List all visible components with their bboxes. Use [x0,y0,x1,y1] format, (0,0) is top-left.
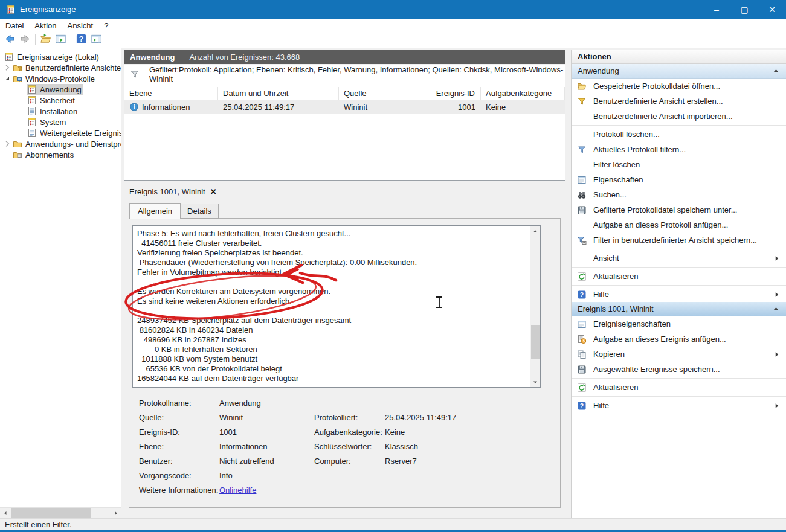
tree-item-label: Sicherheit [40,96,75,105]
event-message-box[interactable]: Phase 5: Es wird nach fehlerhaften, frei… [132,225,541,388]
back-button[interactable] [2,33,18,46]
titlebar: Ereignisanzeige – ▢ ✕ [0,0,786,19]
tree-item-body: Anwendungs- und Dienstpro [12,138,121,149]
action-ansicht[interactable]: Ansicht [572,251,786,266]
level-text: Informationen [142,103,190,112]
tree-item-benutzerdefinierte-ansichter[interactable]: Benutzerdefinierte Ansichter [0,62,121,73]
online-help-link[interactable]: Onlinehilfe [219,486,256,495]
action-benutzerdefinierte-ansicht-importieren[interactable]: Benutzerdefinierte Ansicht importieren..… [572,109,786,124]
tree-item-weitergeleitete-ereignisse[interactable]: Weitergeleitete Ereignisse [0,127,121,138]
property-row-4: Benutzer:Nicht zutreffendComputer:Rserve… [133,453,556,468]
menu-item-2[interactable]: Ansicht [62,20,99,31]
tree-item-installation[interactable]: Installation [0,106,121,117]
filter-banner[interactable]: Gefiltert:Protokoll: Application; Ebenen… [124,65,565,83]
scroll-up-arrow[interactable] [530,226,540,236]
action-gefilterte-protokolldatei-speichern-unter[interactable]: Gefilterte Protokolldatei speichern unte… [572,202,786,217]
cell-kategorie: Keine [481,103,565,112]
action-filter-in-benutzerdefinierter-ansicht-speichern[interactable]: Filter in benutzerdefinierter Ansicht sp… [572,232,786,248]
tree-item-label: Installation [40,107,77,116]
action-filter-löschen[interactable]: Filter löschen [572,157,786,172]
tree-item-abonnements[interactable]: Abonnements [0,149,121,160]
column-header-4[interactable]: Aufgabenkategorie [481,87,565,100]
action-pane-button[interactable] [89,33,104,46]
tree-item-body: System [27,117,68,127]
action-aufgabe-an-dieses-ereignis-anfügen[interactable]: Aufgabe an dieses Ereignis anfügen... [572,332,786,347]
action-gespeicherte-protokolldatei-öffnen[interactable]: Gespeicherte Protokolldatei öffnen... [572,79,786,94]
scroll-down-arrow[interactable] [530,377,540,387]
action-ereigniseigenschaften[interactable]: Ereigniseigenschaften [572,316,786,332]
event-count: Anzahl von Ereignissen: 43.668 [189,53,300,62]
tab-details[interactable]: Details [180,204,219,219]
action-ausgewählte-ereignisse-speichern[interactable]: Ausgewählte Ereignisse speichern... [572,362,786,377]
detail-close-icon[interactable]: ✕ [210,187,217,196]
action-aktuelles-protokoll-filtern[interactable]: Aktuelles Protokoll filtern... [572,142,786,157]
menu-item-3[interactable]: ? [98,20,114,31]
menubar: DateiAktionAnsicht? [0,19,786,32]
action-eigenschaften[interactable]: Eigenschaften [572,172,786,187]
forward-button[interactable] [18,33,33,46]
tree-item-system[interactable]: System [0,117,121,127]
tree-item-ereignisanzeige-lokal-[interactable]: Ereignisanzeige (Lokal) [0,51,121,62]
expander-collapsed-icon[interactable] [2,63,12,72]
detail-title: Ereignis 1001, Wininit [129,187,205,196]
action-aktualisieren[interactable]: Aktualisieren [572,269,786,284]
tree-horizontal-scrollbar[interactable] [0,507,121,518]
action-hilfe[interactable]: ?Hilfe [572,398,786,413]
column-header-1[interactable]: Datum und Uhrzeit [218,87,339,100]
property-label: Protokolliert: [314,413,385,422]
scrollbar-thumb[interactable] [531,325,540,359]
property-label: Quelle: [139,413,219,422]
toolbar-separator [71,34,71,45]
tab-allgemein[interactable]: Allgemein [129,203,181,219]
menu-item-0[interactable]: Datei [0,20,29,31]
column-header-0[interactable]: Ebene [124,87,218,100]
tree-item-label: Anwendung [40,85,82,94]
actions-section-header-0[interactable]: Anwendung [572,64,786,79]
actions-section-header-1[interactable]: Ereignis 1001, Wininit [572,302,786,316]
tree-item-sicherheit[interactable]: Sicherheit [0,95,121,106]
funnel-icon [130,69,140,79]
property-value: Keine [385,428,556,437]
action-aufgabe-an-dieses-protokoll-anfügen[interactable]: Aufgabe an dieses Protokoll anfügen... [572,217,786,232]
tree-item-label: Abonnements [25,150,74,159]
scroll-right-arrow[interactable] [111,508,121,518]
help-toolbar-button[interactable]: ? [74,33,89,46]
property-value: Onlinehilfe [219,486,314,495]
task-icon [577,335,587,344]
action-label: Benutzerdefinierte Ansicht erstellen... [593,97,723,106]
tree-item-windows-protokolle[interactable]: Windows-Protokolle [0,73,121,84]
property-value: Rserver7 [385,457,556,466]
list-column-headers: EbeneDatum und UhrzeitQuelleEreignis-IDA… [124,87,565,100]
actions-separator [572,267,786,268]
action-suchen[interactable]: Suchen... [572,187,786,202]
action-kopieren[interactable]: Kopieren [572,347,786,362]
column-header-2[interactable]: Quelle [339,87,411,100]
action-label: Hilfe [593,290,609,299]
scrollbar-thumb[interactable] [11,508,91,518]
action-benutzerdefinierte-ansicht-erstellen[interactable]: Benutzerdefinierte Ansicht erstellen... [572,94,786,109]
refresh-icon [577,383,587,393]
close-button[interactable]: ✕ [758,0,786,19]
menu-item-1[interactable]: Aktion [29,20,62,31]
minimize-button[interactable]: – [703,0,730,19]
action-hilfe[interactable]: ?Hilfe [572,287,786,302]
message-vertical-scrollbar[interactable] [530,226,540,387]
column-header-3[interactable]: Ereignis-ID [411,87,481,100]
tree-item-anwendung[interactable]: Anwendung [0,84,121,95]
folder-icon [13,139,22,149]
tree-item-anwendungs-und-dienstpro[interactable]: Anwendungs- und Dienstpro [0,138,121,149]
open-saved-log-button[interactable] [38,33,53,46]
action-label: Eigenschaften [593,175,643,184]
maximize-button[interactable]: ▢ [730,0,758,19]
action-protokoll-löschen[interactable]: Protokoll löschen... [572,127,786,142]
cell-ereignis-id: 1001 [411,103,481,112]
event-properties: Protokollname:AnwendungQuelle:WininitPro… [133,396,556,497]
action-aktualisieren[interactable]: Aktualisieren [572,380,786,395]
expander-expanded-icon[interactable] [2,74,12,83]
back-icon [4,33,16,47]
scroll-left-arrow[interactable] [0,508,10,518]
event-row[interactable]: Informationen25.04.2025 11:49:17Wininit1… [124,100,565,114]
expander-collapsed-icon[interactable] [2,139,12,149]
console-tree-button[interactable] [53,33,68,46]
icon-placeholder [577,220,587,230]
